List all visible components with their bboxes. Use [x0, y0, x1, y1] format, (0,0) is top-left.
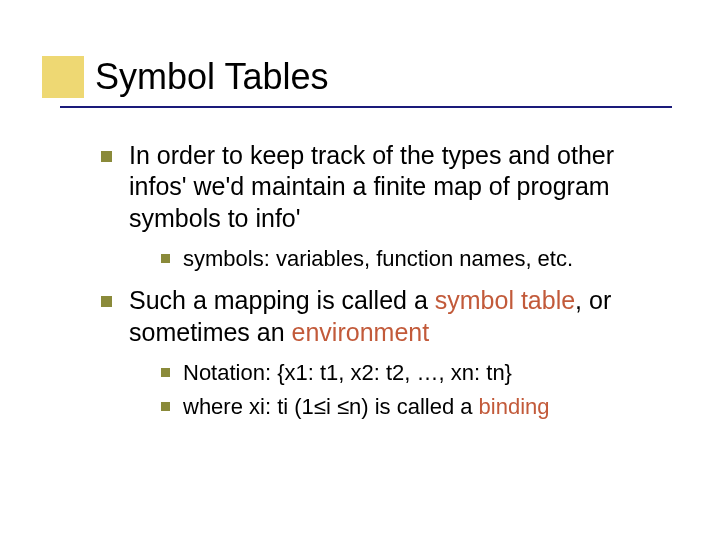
bullet-2-sublist: Notation: {x1: t1, x2: t2, …, xn: tn} wh…	[129, 358, 655, 421]
bullet-2-pre: Such a mapping is called a	[129, 286, 435, 314]
bullet-1-sublist: symbols: variables, function names, etc.	[129, 244, 655, 274]
bullet-1: In order to keep track of the types and …	[95, 140, 655, 273]
title-underline	[60, 106, 672, 108]
title-wrap: Symbol Tables	[95, 56, 328, 98]
bullet-2-em1: symbol table	[435, 286, 575, 314]
bullet-2-sub-2: where xi: ti (1≤i ≤n) is called a bindin…	[157, 392, 655, 422]
bullet-2: Such a mapping is called a symbol table,…	[95, 285, 655, 421]
bullet-list: In order to keep track of the types and …	[95, 140, 655, 421]
title-accent-box	[42, 56, 84, 98]
slide-title: Symbol Tables	[95, 56, 328, 98]
slide: Symbol Tables In order to keep track of …	[0, 0, 720, 540]
bullet-2-sub-2-pre: where xi: ti (1≤i ≤n) is called a	[183, 394, 479, 419]
bullet-2-em2: environment	[292, 318, 430, 346]
slide-body: In order to keep track of the types and …	[95, 140, 655, 433]
bullet-2-sub-2-em: binding	[479, 394, 550, 419]
bullet-1-text: In order to keep track of the types and …	[129, 141, 614, 232]
bullet-2-sub-1: Notation: {x1: t1, x2: t2, …, xn: tn}	[157, 358, 655, 388]
bullet-1-sub-1: symbols: variables, function names, etc.	[157, 244, 655, 274]
